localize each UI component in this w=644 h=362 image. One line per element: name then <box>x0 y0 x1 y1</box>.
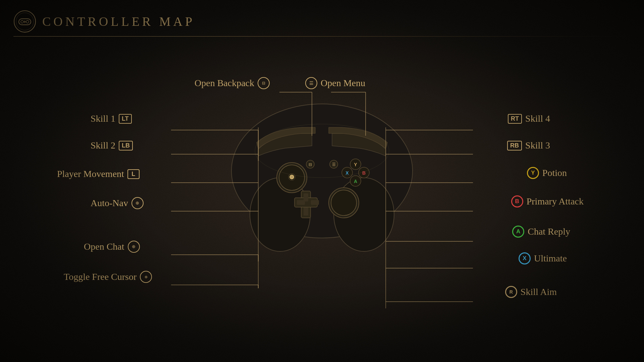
svg-text:☰: ☰ <box>332 162 336 167</box>
x-button: X <box>519 252 531 264</box>
svg-point-9 <box>334 178 394 251</box>
svg-point-13 <box>290 175 294 179</box>
ultimate-text: Ultimate <box>534 253 567 264</box>
svg-rect-19 <box>304 193 308 201</box>
toggle-cursor-text: Toggle Free Cursor <box>64 272 137 282</box>
svg-point-23 <box>350 159 361 170</box>
svg-text:⊟: ⊟ <box>309 162 312 167</box>
svg-point-31 <box>306 160 314 168</box>
svg-rect-21 <box>297 200 305 205</box>
svg-rect-18 <box>294 198 317 207</box>
svg-point-12 <box>290 175 294 179</box>
svg-text:X: X <box>345 170 349 176</box>
svg-text:B: B <box>362 170 366 176</box>
open-chat-button: ⊕ <box>128 241 140 253</box>
skill3-label: RB Skill 3 <box>507 140 550 151</box>
open-backpack-label: Open Backpack ⊟ <box>195 77 270 89</box>
player-movement-label: Player Movement L <box>57 169 140 179</box>
svg-point-8 <box>250 178 310 251</box>
svg-point-7 <box>231 104 413 238</box>
toggle-cursor-label: Toggle Free Cursor ⊕ <box>64 271 152 283</box>
skill3-text: Skill 3 <box>525 140 550 151</box>
open-backpack-button: ⊟ <box>258 77 270 89</box>
ultimate-label: X Ultimate <box>519 252 567 264</box>
svg-point-11 <box>279 165 305 190</box>
autonav-button: ⊕ <box>131 197 144 209</box>
skill-aim-label: R Skill Aim <box>505 286 557 298</box>
svg-point-26 <box>342 167 353 178</box>
rb-button: RB <box>507 141 522 150</box>
main-content: Y B A X ⊟ ☰ <box>0 0 644 362</box>
lt-button: LT <box>119 114 132 124</box>
chat-reply-label: A Chat Reply <box>512 226 570 238</box>
svg-point-16 <box>331 190 357 216</box>
svg-text:Y: Y <box>354 162 357 167</box>
autonav-text: Auto-Nav <box>91 198 128 208</box>
player-movement-text: Player Movement <box>57 169 124 179</box>
svg-point-15 <box>329 188 359 218</box>
primary-attack-label: B Primary Attack <box>511 195 584 207</box>
autonav-label: Auto-Nav ⊕ <box>91 197 144 209</box>
open-menu-label: ☰ Open Menu <box>305 77 365 89</box>
toggle-cursor-button: ⊕ <box>140 271 152 283</box>
chat-reply-text: Chat Reply <box>528 226 570 237</box>
svg-rect-17 <box>301 191 311 218</box>
svg-rect-20 <box>304 207 308 216</box>
a-button: A <box>512 226 524 238</box>
potion-text: Potion <box>542 168 567 178</box>
b-button: B <box>511 195 523 207</box>
open-chat-label: Open Chat ⊕ <box>84 241 140 253</box>
svg-point-35 <box>255 124 389 178</box>
controller-map: Y B A X ⊟ ☰ <box>37 40 607 342</box>
skill4-text: Skill 4 <box>525 113 550 124</box>
svg-point-24 <box>359 167 369 178</box>
open-menu-text: Open Menu <box>321 78 365 88</box>
svg-rect-22 <box>311 200 319 205</box>
l-button: L <box>127 169 140 179</box>
skill4-label: RT Skill 4 <box>508 113 550 124</box>
svg-point-25 <box>350 176 361 186</box>
skill-aim-text: Skill Aim <box>521 287 557 297</box>
primary-attack-text: Primary Attack <box>527 196 584 207</box>
potion-label: Y Potion <box>527 167 567 179</box>
svg-text:A: A <box>354 179 357 184</box>
rt-button: RT <box>508 114 522 124</box>
open-menu-button: ☰ <box>305 77 317 89</box>
skill2-text: Skill 2 <box>91 140 115 151</box>
lb-button: LB <box>119 141 133 150</box>
r-button: R <box>505 286 517 298</box>
svg-point-32 <box>330 160 338 168</box>
open-chat-text: Open Chat <box>84 241 124 252</box>
y-button: Y <box>527 167 539 179</box>
skill1-label: Skill 1 LT <box>91 113 132 124</box>
open-backpack-text: Open Backpack <box>195 78 254 88</box>
skill1-text: Skill 1 <box>91 113 115 124</box>
skill2-label: Skill 2 LB <box>91 140 133 151</box>
svg-point-10 <box>277 163 307 193</box>
svg-point-14 <box>288 174 295 180</box>
